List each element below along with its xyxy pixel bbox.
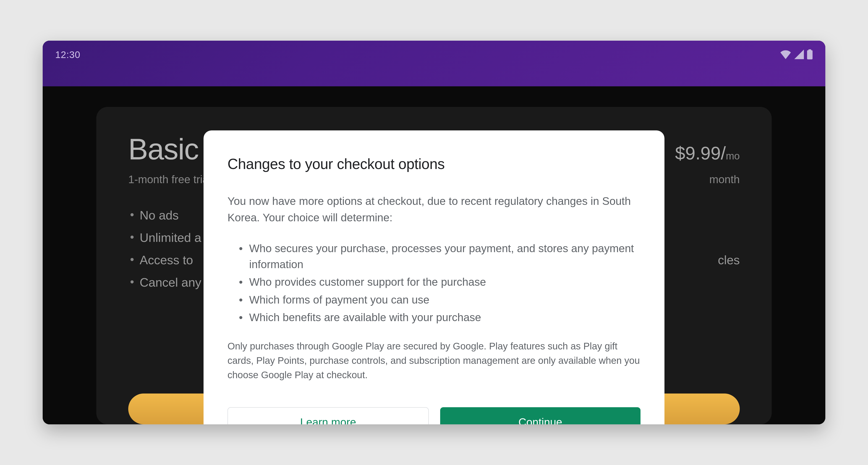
modal-overlay: Changes to your checkout options You now… <box>43 41 825 424</box>
modal-actions: Learn more Continue <box>227 407 641 424</box>
learn-more-button[interactable]: Learn more <box>227 407 429 424</box>
modal-bullet-list: Who secures your purchase, processes you… <box>227 239 641 326</box>
modal-bullet-item: Who secures your purchase, processes you… <box>237 239 641 273</box>
modal-bullet-item: Which forms of payment you can use <box>237 291 641 309</box>
modal-bullet-item: Who provides customer support for the pu… <box>237 273 641 291</box>
continue-button[interactable]: Continue <box>440 407 641 424</box>
checkout-options-modal: Changes to your checkout options You now… <box>204 130 664 424</box>
modal-bullet-item: Which benefits are available with your p… <box>237 309 641 326</box>
modal-footnote: Only purchases through Google Play are s… <box>227 339 641 382</box>
modal-intro: You now have more options at checkout, d… <box>227 193 641 226</box>
device-frame: 12:30 Basic $9.99/mo 1-month free trial … <box>43 41 825 424</box>
modal-title: Changes to your checkout options <box>227 155 641 172</box>
